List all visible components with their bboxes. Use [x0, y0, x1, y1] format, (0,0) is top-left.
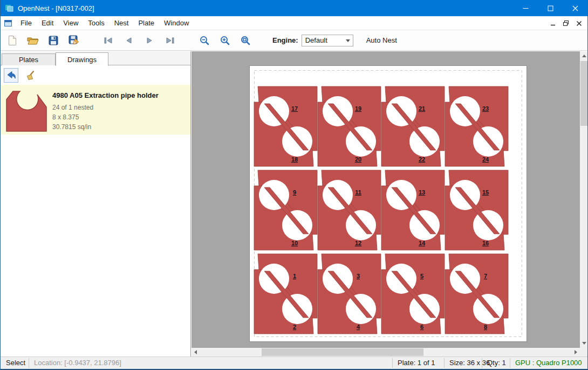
part-number: 14 [419, 240, 426, 246]
nest-cluster[interactable]: 1314 [381, 170, 445, 250]
mdi-minimize-button[interactable] [548, 18, 558, 29]
horizontal-scroll-thumb[interactable] [262, 348, 423, 356]
menu-file[interactable]: File [16, 17, 37, 29]
part-number: 1 [293, 273, 296, 279]
part-number: 7 [484, 273, 487, 279]
part-number: 21 [419, 105, 425, 112]
scroll-left-icon [194, 350, 197, 354]
send-back-button[interactable] [4, 68, 18, 83]
mdi-minimize-icon [551, 21, 556, 26]
part-number: 19 [355, 105, 361, 112]
drawing-info: 4980 A05 Extraction pipe holder 24 of 1 … [52, 85, 159, 134]
part-number: 20 [355, 156, 361, 163]
nav-next-button[interactable] [141, 32, 158, 49]
save-edit-button[interactable] [65, 32, 83, 49]
mdi-restore-button[interactable] [560, 18, 571, 29]
part-thumbnail [5, 88, 48, 133]
menu-window[interactable]: Window [159, 17, 194, 29]
part-number: 8 [484, 324, 487, 330]
nest-cluster[interactable]: 910 [254, 170, 317, 250]
new-button[interactable] [4, 32, 21, 49]
minimize-button[interactable] [513, 0, 538, 16]
scrollbar-corner [580, 348, 588, 356]
nest-cluster[interactable]: 1112 [318, 170, 381, 250]
status-gpu: GPU : Quadro P1000 [515, 359, 582, 367]
part-number: 17 [291, 105, 298, 112]
nest-cluster[interactable]: 1516 [445, 170, 508, 250]
title-bar: OpenNest - [N0317-002] [1, 0, 587, 16]
scroll-right-icon [575, 350, 577, 354]
part-number: 5 [420, 273, 423, 279]
mdi-close-button[interactable] [573, 18, 584, 29]
mdi-document-icon [4, 19, 12, 28]
part-number: 24 [482, 156, 489, 163]
status-qty: Qty: 1 [487, 359, 506, 367]
nest-cluster[interactable]: 2324 [445, 86, 508, 166]
engine-select[interactable]: Default [302, 35, 353, 46]
engine-value: Default [305, 36, 327, 44]
zoom-fit-button[interactable] [237, 32, 254, 49]
part-number: 4 [357, 324, 360, 330]
save-button[interactable] [45, 32, 62, 49]
nav-previous-button[interactable] [120, 32, 138, 49]
zoom-fit-icon [240, 35, 251, 46]
nest-cluster[interactable]: 12 [254, 254, 317, 334]
status-mode: Select [6, 359, 25, 367]
clean-button[interactable] [23, 68, 37, 83]
nest-cluster[interactable]: 56 [381, 254, 445, 334]
status-separator [510, 358, 510, 368]
vertical-scrollbar[interactable] [580, 51, 588, 348]
maximize-button[interactable] [538, 0, 563, 16]
zoom-in-icon [220, 35, 230, 46]
nest-canvas[interactable]: 171819202122232491011121314151612345678 [192, 51, 588, 356]
sidebar: PlatesDrawings [1, 51, 191, 356]
nav-first-button[interactable] [100, 32, 117, 49]
status-bar: Select Location: [-0.9437, 21.8796] Plat… [1, 356, 587, 369]
sidebar-toolbar [1, 65, 190, 85]
menu-edit[interactable]: Edit [37, 17, 58, 29]
window-title: OpenNest - [N0317-002] [18, 4, 94, 12]
minimize-icon [523, 5, 529, 11]
nest-cluster[interactable]: 2122 [381, 86, 445, 166]
tab-plates[interactable]: Plates [2, 53, 56, 65]
part-number: 2 [293, 324, 296, 330]
tab-drawings[interactable]: Drawings [56, 52, 108, 66]
nest-cluster[interactable]: 1718 [254, 86, 317, 166]
scroll-down-icon [582, 342, 586, 345]
vertical-scroll-thumb[interactable] [580, 61, 588, 126]
zoom-out-button[interactable] [196, 32, 213, 49]
main-toolbar: Engine: Default Auto Nest [1, 30, 587, 51]
part-number: 6 [420, 324, 423, 330]
nav-last-icon [165, 36, 175, 45]
horizontal-scrollbar[interactable] [192, 348, 580, 356]
nest-cluster[interactable]: 34 [318, 254, 381, 334]
zoom-out-icon [199, 35, 210, 46]
nest-cluster[interactable]: 78 [445, 254, 508, 334]
auto-nest-button[interactable]: Auto Nest [363, 34, 400, 46]
part-number: 22 [419, 156, 425, 163]
close-button[interactable] [563, 0, 587, 16]
part-number: 10 [291, 240, 298, 246]
status-separator [392, 358, 393, 368]
menu-plate[interactable]: Plate [133, 17, 159, 29]
app-window: OpenNest - [N0317-002] File Edit View To… [0, 0, 588, 370]
drawing-nested-count: 24 of 1 nested [52, 103, 159, 112]
nest-cluster[interactable]: 1920 [318, 86, 381, 166]
scroll-up-icon [582, 55, 586, 57]
part-number: 12 [355, 240, 361, 246]
status-separator [29, 358, 29, 368]
engine-label: Engine: [272, 36, 298, 44]
new-file-icon [8, 35, 17, 46]
nav-first-icon [103, 36, 114, 45]
menu-tools[interactable]: Tools [83, 17, 109, 29]
drawing-title: 4980 A05 Extraction pipe holder [52, 91, 159, 99]
menu-view[interactable]: View [58, 17, 83, 29]
plate-view[interactable]: 171819202122232491011121314151612345678 [249, 65, 527, 342]
open-button[interactable] [24, 32, 42, 49]
status-plate: Plate: 1 of 1 [398, 359, 435, 367]
menu-nest[interactable]: Nest [110, 17, 134, 29]
nav-last-button[interactable] [161, 32, 179, 49]
back-arrow-icon [6, 70, 17, 80]
drawing-list-item[interactable]: 4980 A05 Extraction pipe holder 24 of 1 … [1, 85, 190, 134]
zoom-in-button[interactable] [216, 32, 234, 49]
